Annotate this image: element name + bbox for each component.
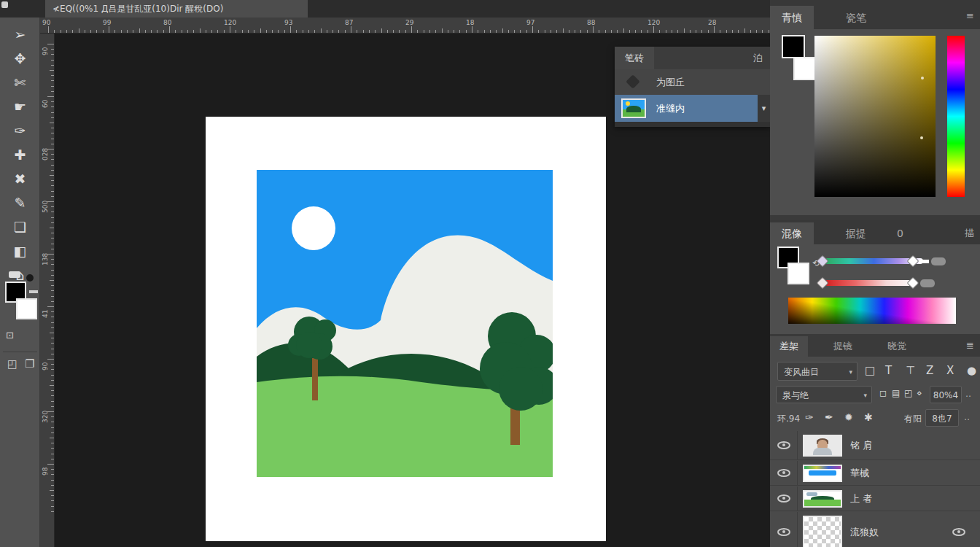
tab-swatches[interactable]: 瓷笔 — [834, 6, 878, 29]
ruler-tick-label: 41 — [42, 310, 49, 318]
lasso-tool[interactable]: ✄ — [0, 71, 40, 93]
swap-colors-icon[interactable] — [9, 271, 20, 278]
lock-pen-icon[interactable]: ✒ — [825, 411, 833, 423]
lock-brush-icon[interactable]: ✑ — [805, 411, 814, 423]
layers-panel-menu-icon[interactable]: ≣ — [966, 340, 974, 351]
layer-thumbnail-blue[interactable] — [803, 465, 842, 482]
ruler-tick-label: 97 — [526, 19, 534, 26]
color-panel-header: 青慎 瓷笔 ≡ — [770, 0, 980, 29]
slider1-handle-right[interactable] — [907, 255, 919, 268]
lock-image-icon[interactable]: ▤ — [892, 388, 900, 398]
filter-type-layers-icon[interactable]: T — [885, 364, 892, 377]
slider2-handle-right[interactable] — [907, 277, 919, 290]
quick-mask-icon[interactable]: ◰ — [7, 357, 18, 371]
mixer-background-swatch[interactable] — [788, 263, 809, 284]
tab-paths[interactable]: 晓觉 — [878, 336, 916, 357]
layer-filter-row: 变风曲目 ▾ □T⊤ZX● — [770, 360, 980, 382]
color-spectrum-ramp[interactable] — [788, 298, 956, 324]
marquee-tool[interactable]: ✥ — [0, 47, 40, 69]
document-page[interactable] — [206, 117, 606, 541]
opacity-value-box[interactable]: 80%4 — [930, 386, 962, 403]
ruler-tick-label: 88 — [587, 19, 595, 26]
red-mix-slider[interactable] — [825, 280, 917, 286]
ruler-tick-label: 90 — [42, 47, 49, 55]
panel-item-row-selected[interactable]: 准缝内 — [615, 95, 758, 122]
lock-artboard-icon[interactable]: ⋄ — [917, 388, 922, 398]
hue-slider[interactable] — [947, 36, 965, 197]
layer-row[interactable]: 華械 — [770, 461, 980, 486]
layer-row[interactable]: 上 者 — [770, 486, 980, 511]
picker-foreground-swatch[interactable] — [782, 35, 805, 58]
layer-thumbnail-landscape[interactable] — [803, 490, 842, 508]
layer-extra-toggle[interactable] — [952, 528, 965, 536]
tab-channels[interactable]: 提镜 — [824, 336, 862, 357]
tab-gradients[interactable]: 据提 — [834, 222, 878, 244]
move-tool[interactable]: ➢ — [0, 23, 40, 45]
filter-adjustment-layers-icon[interactable]: ⊤ — [906, 364, 915, 377]
slider2-end-pill[interactable] — [920, 279, 935, 287]
layer-row[interactable]: 流狼奴 — [770, 512, 980, 547]
picker-background-swatch[interactable] — [793, 57, 817, 80]
panel-item-dropdown-arrow[interactable]: ▾ — [758, 95, 770, 122]
layer-visibility-toggle[interactable] — [770, 431, 798, 459]
ruler-tick-label: 90 — [42, 362, 49, 371]
adjust-panel-header: 混像 据提 0 描 — [770, 220, 980, 244]
layer-thumbnail-portrait[interactable] — [803, 435, 842, 457]
layer-visibility-toggle[interactable] — [770, 461, 798, 485]
wand-tool[interactable]: ☛ — [0, 96, 40, 117]
ruler-vertical[interactable]: 9060028500138419032098 — [40, 34, 55, 547]
filter-shape-layers-icon[interactable]: Z — [926, 364, 933, 377]
filter-toggle-icon[interactable]: ● — [967, 364, 976, 377]
tab-extra[interactable]: 0 — [892, 222, 908, 244]
ruler-horizontal[interactable]: 90998012093872918978812028 — [40, 18, 770, 34]
layer-filter-dropdown[interactable]: 变风曲目 ▾ — [777, 362, 858, 381]
layer-name: 铭 肩 — [850, 439, 872, 452]
layer-visibility-toggle[interactable] — [770, 486, 798, 511]
panel-item-row[interactable]: 为图丘 — [615, 69, 770, 95]
document-tab[interactable]: ≮EQ((0%1 Д吕是甘乱亚(10)Dir 醒稅(DO) — [45, 0, 308, 18]
color-panel-menu-icon[interactable]: ≡ — [966, 10, 974, 21]
lock-all-icon[interactable]: ✱ — [864, 411, 873, 423]
lock-transparent-icon[interactable]: ◻ — [879, 388, 887, 398]
adjust-panel-menu-icon[interactable]: 描 — [965, 227, 974, 240]
ruler-tick-label: 98 — [42, 468, 49, 476]
ruler-tick-label: 120 — [224, 19, 236, 26]
screen-mode-icon[interactable]: ❐ — [25, 357, 34, 371]
illu-trunk-left — [312, 358, 318, 400]
layer-thumbnail-checker[interactable] — [803, 516, 842, 547]
healing-tool[interactable]: ✖ — [0, 168, 40, 190]
fill-more-dots[interactable]: ‥ — [964, 412, 971, 422]
default-colors-icon[interactable] — [26, 274, 34, 282]
tab-mixer[interactable]: 混像 — [770, 222, 814, 244]
layer-visibility-toggle[interactable] — [770, 512, 798, 547]
lock-move-icon[interactable]: ✹ — [844, 411, 853, 423]
right-dock: 青慎 瓷笔 ≡ 混像 据提 0 描 ⟲ — [770, 0, 980, 547]
stamp-tool[interactable]: ❏ — [0, 216, 40, 238]
saturation-brightness-field[interactable] — [814, 36, 936, 197]
slider2-handle-left[interactable] — [817, 277, 829, 290]
eye-icon — [777, 528, 790, 536]
floating-panel-tab[interactable]: 笔砖 — [615, 47, 654, 69]
floating-panel-header: 笔砖 泊 — [615, 47, 770, 69]
lock-position-icon[interactable]: ◰ — [904, 388, 912, 398]
floating-panel-menu-icon[interactable]: 泊 — [753, 47, 763, 69]
ruler-tick-label: 60 — [42, 100, 49, 108]
crop-tool[interactable]: ✑ — [0, 120, 40, 141]
tab-color[interactable]: 青慎 — [770, 6, 814, 29]
floating-panel-footer — [615, 122, 770, 127]
layers-panel: 差架 提镜 晓觉 ≣ 变风曲目 ▾ □T⊤ZX● 泉与绝 ▾ ◻▤◰⋄ 80%4 — [770, 334, 980, 547]
slider1-end-pill[interactable] — [931, 257, 946, 265]
opacity-more-dots[interactable]: ‥ — [965, 389, 973, 399]
mini-swatch-icon[interactable]: ⊡ — [6, 330, 14, 341]
layer-row[interactable]: 铭 肩 — [770, 431, 980, 460]
fill-value-box[interactable]: 8也7 — [925, 409, 959, 427]
tab-layers[interactable]: 差架 — [770, 336, 808, 357]
ruler-tick-label: 18 — [466, 19, 474, 26]
brush-tool[interactable]: ✎ — [0, 192, 40, 214]
color-swatch-widget — [0, 258, 40, 327]
eyedropper-tool[interactable]: ✚ — [0, 144, 40, 166]
filter-smart-objects-icon[interactable]: X — [946, 364, 954, 377]
background-color-swatch[interactable] — [16, 298, 37, 319]
blend-mode-dropdown[interactable]: 泉与绝 ▾ — [776, 386, 872, 403]
filter-pixel-layers-icon[interactable]: □ — [865, 364, 875, 377]
